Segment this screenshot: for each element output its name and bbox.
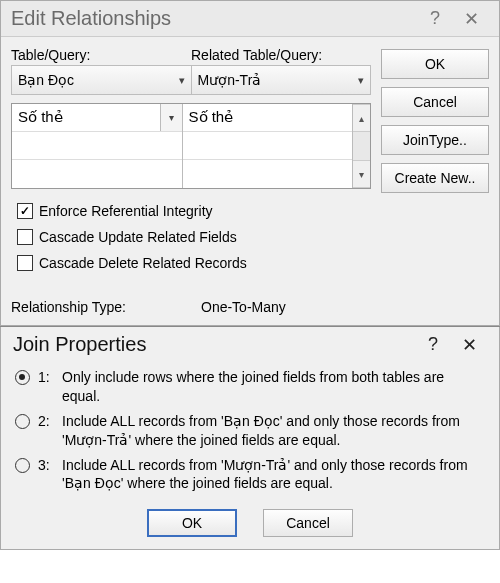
cascade-update-row[interactable]: Cascade Update Related Fields bbox=[17, 229, 365, 245]
enforce-integrity-row[interactable]: Enforce Referential Integrity bbox=[17, 203, 365, 219]
left-field-empty[interactable] bbox=[12, 160, 182, 188]
right-field-value: Số thẻ bbox=[189, 108, 234, 125]
join-option-text: Include ALL records from 'Bạn Đọc' and o… bbox=[62, 412, 485, 450]
field-mapping-grid: Số thẻ ▾ Số thẻ ▴ ▾ bbox=[11, 103, 371, 189]
join-radio-2[interactable] bbox=[15, 414, 30, 429]
scroll-down-icon[interactable]: ▾ bbox=[353, 160, 370, 188]
join-cancel-button[interactable]: Cancel bbox=[263, 509, 353, 537]
edit-titlebar: Edit Relationships ? ✕ bbox=[1, 1, 499, 37]
ok-button[interactable]: OK bbox=[381, 49, 489, 79]
left-field-cell[interactable]: Số thẻ ▾ bbox=[12, 104, 182, 132]
related-table-query-combo[interactable]: Mượn-Trả ▾ bbox=[192, 65, 372, 95]
table-query-label: Table/Query: bbox=[11, 47, 191, 65]
chevron-down-icon[interactable]: ▾ bbox=[160, 104, 182, 131]
join-titlebar: Join Properties ? ✕ bbox=[1, 327, 499, 358]
edit-title: Edit Relationships bbox=[11, 7, 417, 30]
join-option-num: 1: bbox=[38, 368, 54, 387]
left-field-value: Số thẻ bbox=[18, 108, 63, 125]
left-field-empty[interactable] bbox=[12, 132, 182, 160]
close-icon[interactable]: ✕ bbox=[451, 334, 487, 356]
join-radio-3[interactable] bbox=[15, 458, 30, 473]
join-properties-dialog: Join Properties ? ✕ 1: Only include rows… bbox=[0, 327, 500, 550]
edit-relationships-dialog: Edit Relationships ? ✕ Table/Query: Rela… bbox=[0, 0, 500, 326]
right-field-empty[interactable] bbox=[183, 132, 353, 160]
chevron-down-icon: ▾ bbox=[358, 74, 364, 87]
cascade-update-checkbox[interactable] bbox=[17, 229, 33, 245]
right-field-empty[interactable] bbox=[183, 160, 353, 188]
cascade-delete-row[interactable]: Cascade Delete Related Records bbox=[17, 255, 365, 271]
cascade-delete-label: Cascade Delete Related Records bbox=[39, 255, 247, 271]
table-query-value: Bạn Đọc bbox=[18, 72, 74, 88]
cascade-update-label: Cascade Update Related Fields bbox=[39, 229, 237, 245]
join-ok-button[interactable]: OK bbox=[147, 509, 237, 537]
cancel-button[interactable]: Cancel bbox=[381, 87, 489, 117]
join-radio-1[interactable] bbox=[15, 370, 30, 385]
join-option-num: 3: bbox=[38, 456, 54, 475]
relationship-type-label: Relationship Type: bbox=[11, 299, 161, 315]
join-options: 1: Only include rows where the joined fi… bbox=[1, 358, 499, 503]
join-title: Join Properties bbox=[13, 333, 415, 356]
enforce-integrity-label: Enforce Referential Integrity bbox=[39, 203, 213, 219]
join-option-text: Only include rows where the joined field… bbox=[62, 368, 485, 406]
enforce-integrity-checkbox[interactable] bbox=[17, 203, 33, 219]
grid-scrollbar[interactable]: ▴ ▾ bbox=[352, 104, 370, 188]
join-option-2[interactable]: 2: Include ALL records from 'Bạn Đọc' an… bbox=[15, 412, 485, 450]
table-query-combo[interactable]: Bạn Đọc ▾ bbox=[11, 65, 192, 95]
join-option-1[interactable]: 1: Only include rows where the joined fi… bbox=[15, 368, 485, 406]
close-icon[interactable]: ✕ bbox=[453, 8, 489, 30]
cascade-delete-checkbox[interactable] bbox=[17, 255, 33, 271]
join-option-num: 2: bbox=[38, 412, 54, 431]
relationship-type-value: One-To-Many bbox=[201, 299, 286, 315]
help-icon[interactable]: ? bbox=[417, 8, 453, 29]
join-option-3[interactable]: 3: Include ALL records from 'Mượn-Trả' a… bbox=[15, 456, 485, 494]
scroll-up-icon[interactable]: ▴ bbox=[353, 104, 370, 132]
right-field-cell[interactable]: Số thẻ bbox=[183, 104, 353, 132]
help-icon[interactable]: ? bbox=[415, 334, 451, 355]
create-new-button[interactable]: Create New.. bbox=[381, 163, 489, 193]
join-type-button[interactable]: JoinType.. bbox=[381, 125, 489, 155]
related-table-query-value: Mượn-Trả bbox=[198, 72, 262, 88]
chevron-down-icon: ▾ bbox=[179, 74, 185, 87]
related-table-query-label: Related Table/Query: bbox=[191, 47, 371, 65]
join-option-text: Include ALL records from 'Mượn-Trả' and … bbox=[62, 456, 485, 494]
